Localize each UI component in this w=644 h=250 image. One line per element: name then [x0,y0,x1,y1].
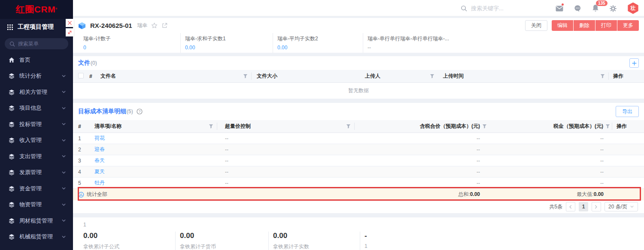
sidebar-item-stakeholders[interactable]: 相关方管理 [0,84,73,100]
menu-search-box[interactable] [5,38,68,49]
sidebar-item-bidding[interactable]: 投标管理 [0,116,73,133]
global-search-box[interactable] [461,0,544,16]
item-link[interactable]: 春天 [94,157,105,163]
pagination-total: 共5条 [549,203,562,211]
sidebar-item-home[interactable]: 首页 [0,52,73,68]
search-icon [461,5,467,12]
sidebar-item-construction-process[interactable]: 施工过程管理 [0,245,73,250]
sidebar-item-label: 物资管理 [19,201,42,208]
select-all-checkbox[interactable] [78,73,84,78]
gear-icon[interactable] [610,4,617,12]
page-size-value: 20 条/页 [608,203,627,211]
close-tab-icon[interactable] [66,19,74,27]
global-search-input[interactable] [471,5,544,12]
avatar[interactable]: 壮 [627,3,639,14]
col-uploader: 上传人 [365,72,380,80]
app-grid-icon [7,24,13,30]
app-switcher[interactable]: 工程项目管理 [0,19,73,35]
chevron-down-icon [61,202,66,207]
sidebar-item-label: 周材租赁管理 [19,217,53,225]
layers-icon [9,137,15,143]
sum-label: 总和: [458,191,470,197]
page-size-select[interactable]: 20 条/页 [605,202,638,211]
sidebar-item-statistics[interactable]: 统计分析 [0,68,73,84]
chat-icon[interactable] [574,4,581,12]
star-icon[interactable] [151,22,158,29]
current-page[interactable]: 1 [579,202,588,211]
bottom-stat-label: 拿铁累计子公式 [83,243,175,250]
item-link[interactable]: 夏天 [94,169,105,175]
col-tax: 税金（预期成本）(元) [553,123,603,130]
print-button[interactable]: 打印 [595,20,617,31]
table-row: 2 迎春 -- -- -- [73,144,644,155]
export-button[interactable]: 导出 [616,106,639,117]
filter-icon[interactable] [482,124,487,129]
more-button[interactable]: 更多 [617,20,639,31]
bottom-stat-label: 拿铁累计子货币 [180,243,268,250]
cell-total: -- [355,169,487,175]
sidebar-item-materials[interactable]: 物资管理 [0,197,73,213]
filter-icon[interactable] [605,124,610,129]
home-icon [9,57,15,63]
sidebar-item-project-info[interactable]: 项目信息 [0,100,73,117]
bottom-stat: 0.00 拿铁累计子实数 [268,232,360,250]
table-row: 5 牡丹 -- -- -- [73,178,644,189]
sidebar-item-income[interactable]: 收入管理 [0,133,73,149]
cell-tax: -- [489,147,611,153]
mail-icon[interactable] [556,4,563,12]
record-header-row: RX-240625-01 瑞幸 关闭 编辑 删除 打印 更多 [73,18,644,33]
logo-bar: 红圈CRM° [0,0,73,19]
sidebar-item-expense[interactable]: 支出管理 [0,148,73,165]
summary-field-value: 0.00 [185,45,273,51]
cell-tax: -- [489,136,611,142]
cell-control: -- [217,136,355,142]
prev-page-button[interactable] [566,202,575,211]
filter-icon[interactable] [243,74,248,78]
help-icon[interactable] [137,108,143,114]
filter-icon[interactable] [346,124,351,129]
col-quantity-control: 超量价控制 [225,123,251,130]
brand-logo-mark: ° [55,7,57,12]
bottom-stat-label: 1 [365,243,644,249]
statistics-icon[interactable] [78,192,84,198]
next-page-button[interactable] [592,202,601,211]
sidebar-item-machinery-rental[interactable]: 机械租赁管理 [0,229,73,245]
item-link[interactable]: 牡丹 [94,180,105,186]
unread-dot [562,3,564,6]
filter-icon[interactable] [600,74,605,78]
summary-field: 瑞幸-求和子实数1 0.00 [180,33,273,53]
table-row: 1 荷花 -- -- -- [73,133,644,144]
bell-icon[interactable]: 135 [592,4,599,12]
add-file-button[interactable] [629,58,639,68]
bottom-marker: 1 [73,217,644,228]
external-link-icon[interactable] [162,23,167,28]
sidebar-item-label: 发票管理 [19,169,42,176]
edit-button[interactable]: 编辑 [552,20,573,31]
col-total-with-tax: 含税合价（预期成本）(元) [420,123,480,130]
chevron-down-icon [61,90,66,94]
filter-icon[interactable] [209,124,213,129]
expand-icon[interactable] [66,28,74,36]
sidebar-item-invoice[interactable]: 发票管理 [0,165,73,181]
delete-button[interactable]: 删除 [574,20,595,31]
files-section-title: 文件 [78,59,90,67]
cell-total: -- [355,136,487,142]
chevron-down-icon [61,170,66,175]
summary-fields: 瑞幸-计数子 0 瑞幸-求和子实数1 0.00 瑞幸-平均子实数2 0.00 瑞… [73,33,644,53]
max-label: 最大值: [577,191,593,197]
filter-icon[interactable] [430,74,434,78]
summary-field-value: -- [368,45,644,51]
sidebar-item-temp-material-rental[interactable]: 周材租赁管理 [0,213,73,229]
item-link[interactable]: 迎春 [94,146,105,152]
col-upload-time: 上传时间 [443,72,464,80]
layers-icon [9,154,15,160]
cost-section-title: 目标成本清单明细 [78,108,126,115]
summary-field-label: 瑞幸-求和子实数1 [185,35,273,42]
close-button[interactable]: 关闭 [525,20,547,31]
menu-search-input[interactable] [18,41,61,47]
sidebar-item-funds[interactable]: 资金管理 [0,181,73,197]
record-code: RX-240625-01 [90,22,132,29]
statistics-row: 统计全部 总和:0.00 最大值:0.00 [73,189,644,200]
item-link[interactable]: 荷花 [94,135,105,141]
col-filesize: 文件大小 [252,72,360,80]
